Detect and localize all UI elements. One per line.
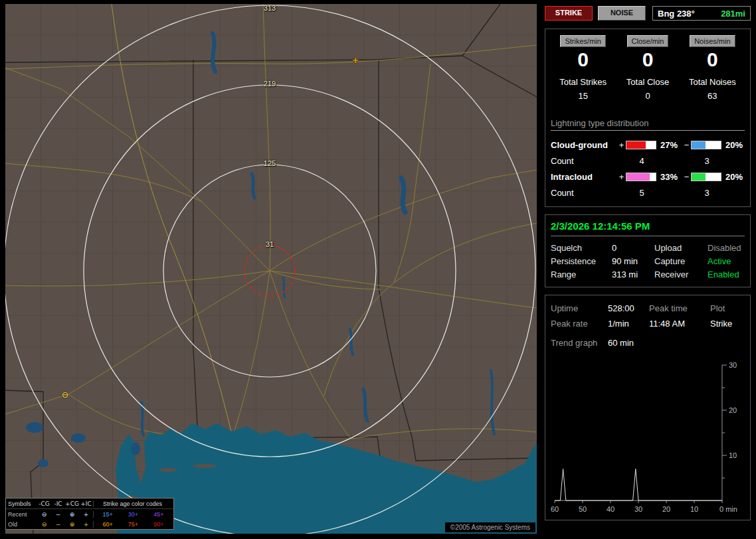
peak-time-value: 11:48 AM [649,319,710,329]
total-close-value: 0 [615,91,680,101]
old-positive-intracloud-strike-marker: + [352,55,359,65]
bearing-value: Bng 238° [658,9,695,19]
minus-sign: − [682,172,691,182]
stats-box: Uptime 528:00 Peak time Plot Peak rate 1… [545,295,751,520]
distribution-title: Lightning type distribution [551,118,745,131]
uptime-value: 528:00 [608,303,649,313]
total-noises-value: 63 [680,91,745,101]
lightning-type-distribution: Lightning type distribution Cloud-ground… [551,118,745,201]
map-legend: Symbols -CG -IC +CG +IC Strike age color… [5,498,174,530]
map-svg [5,4,537,534]
cg-negative-bar-fill [692,141,706,149]
strike-mode-button[interactable]: STRIKE [545,6,593,21]
cloud-ground-label: Cloud-ground [551,140,617,150]
legend-recent-row: Recent ⊖ − ⊕ + 15+ 30+ 45+ [6,509,173,519]
minus-sign: − [682,140,691,150]
receiver-label: Receiver [654,270,708,279]
close-per-min-value: 0 [615,48,680,72]
ic-count-label: Count [551,188,617,198]
upload-state: Disabled [708,243,745,253]
lightning-map[interactable]: 313 219 125 31 Symbols -CG -IC +CG +IC S… [5,4,537,534]
svg-text:20: 20 [729,406,737,414]
cg-positive-pct: 27% [658,140,682,150]
peak-rate-label: Peak rate [551,319,608,329]
intracloud-row: Intracloud + 33% − 20% [551,169,745,185]
legend-old-label: Old [8,521,37,528]
svg-text:20: 20 [662,505,670,513]
close-per-min-button[interactable]: Close/min [627,35,669,47]
old-pcg-symbol: ⊕ [65,521,79,528]
status-box: 2/3/2026 12:14:56 PM Squelch 0 Upload Di… [545,214,751,287]
cg-positive-count: 4 [626,156,658,166]
old-negative-cloud-ground-strike-marker: ⊖ [62,390,69,400]
legend-age-header: Strike age color codes [93,501,171,507]
copyright-credit: ©2005 Astrogenic Systems [445,522,535,532]
legend-col-ncg: -CG [37,501,51,507]
svg-text:0 min: 0 min [719,505,737,513]
trend-graph-value: 60 min [608,338,649,348]
trend-graph-label: Trend graph [551,338,608,348]
svg-text:60: 60 [551,505,559,513]
bearing-readout: Bng 238° 281mi [652,6,751,21]
cg-positive-bar [626,141,656,149]
legend-symbols-header: Symbols [8,501,37,507]
age-code-15: 15+ [103,511,113,518]
recent-nic-symbol: − [51,511,65,518]
legend-recent-label: Recent [8,511,37,518]
peak-rate-value: 1/min [608,319,649,329]
status-row: Range 313 mi Receiver Enabled [551,268,745,281]
intracloud-count-row: Count 5 3 [551,185,745,201]
cg-negative-pct: 20% [723,140,743,150]
old-ncg-symbol: ⊖ [37,521,51,528]
svg-text:50: 50 [579,505,587,513]
intracloud-label: Intracloud [551,172,617,182]
total-strikes-value: 15 [551,91,615,101]
ic-negative-bar [691,173,721,181]
legend-col-nic: -IC [51,501,65,507]
close-counter-column: Close/min 0 Total Close 0 [615,35,680,101]
recent-ncg-symbol: ⊖ [37,511,51,518]
ic-positive-pct: 33% [658,172,682,182]
status-row: Squelch 0 Upload Disabled [551,242,745,255]
plus-sign: + [617,172,626,182]
trend-graph-svg: 1020306050403020100 min [551,357,745,516]
legend-col-pic: +IC [79,501,93,507]
age-code-90: 90+ [153,521,163,528]
ic-positive-bar [626,173,656,181]
svg-text:30: 30 [634,505,642,513]
bearing-range-value: 281mi [721,9,745,19]
stats-row: Trend graph 60 min [551,335,745,350]
ic-positive-bar-fill [626,173,650,181]
cloud-ground-count-row: Count 4 3 [551,153,745,169]
strikes-per-min-button[interactable]: Strikes/min [560,35,605,47]
counters-box: Strikes/min 0 Total Strikes 15 Close/min… [545,29,751,207]
svg-text:10: 10 [690,505,698,513]
strikes-per-min-value: 0 [551,48,615,72]
legend-header-row: Symbols -CG -IC +CG +IC Strike age color… [6,499,173,509]
squelch-label: Squelch [551,243,612,253]
recent-pic-symbol: + [79,511,93,518]
ic-negative-count: 3 [691,188,723,198]
mode-toolbar: STRIKE NOISE Bng 238° 281mi [545,5,751,21]
rate-counters: Strikes/min 0 Total Strikes 15 Close/min… [551,35,745,101]
squelch-value: 0 [612,243,654,253]
ic-positive-count: 5 [626,188,658,198]
noise-mode-button[interactable]: NOISE [598,6,646,21]
uptime-label: Uptime [551,303,608,313]
ic-negative-pct: 20% [723,172,743,182]
upload-label: Upload [654,243,708,253]
svg-text:10: 10 [729,451,737,459]
total-strikes-label: Total Strikes [551,77,615,87]
cg-negative-count: 3 [691,156,723,166]
noises-counter-column: Noises/min 0 Total Noises 63 [680,35,745,101]
persistence-label: Persistence [551,256,612,266]
stats-row: Peak rate 1/min 11:48 AM Strike [551,316,745,331]
capture-state: Active [708,256,745,266]
range-value: 313 mi [612,270,654,279]
plus-sign: + [617,140,626,150]
capture-label: Capture [654,256,708,266]
age-code-45: 45+ [153,511,163,518]
total-close-label: Total Close [615,77,680,87]
noises-per-min-button[interactable]: Noises/min [690,35,735,47]
cg-negative-bar [691,141,721,149]
